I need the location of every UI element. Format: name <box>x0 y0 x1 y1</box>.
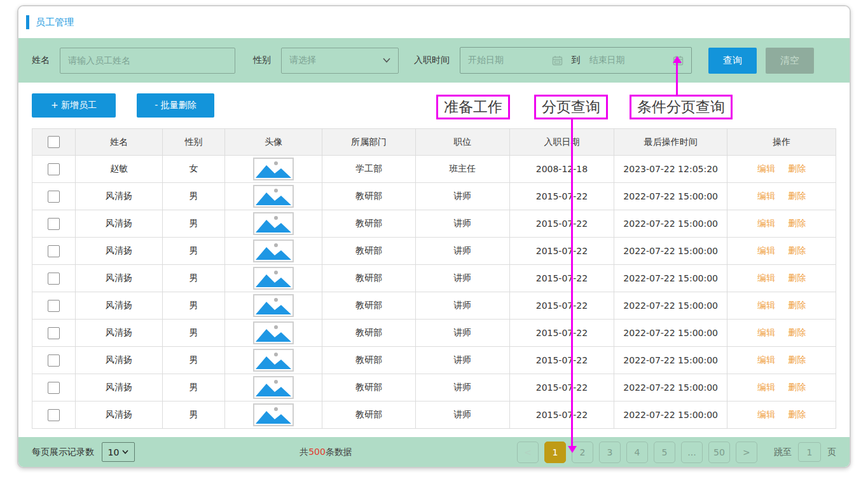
position-cell: 讲师 <box>415 292 509 320</box>
row-checkbox[interactable] <box>48 163 60 175</box>
batch-delete-button[interactable]: - 批量删除 <box>137 93 214 118</box>
avatar-image-placeholder <box>253 349 294 372</box>
title-accent-bar <box>26 15 29 29</box>
broken-image-icon <box>255 378 292 397</box>
department-cell: 教研部 <box>322 320 416 347</box>
row-checkbox[interactable] <box>48 273 60 285</box>
page-button[interactable]: 3 <box>599 442 621 463</box>
delete-link[interactable]: 删除 <box>788 354 806 365</box>
actions-cell: 编辑 删除 <box>727 265 836 292</box>
row-select-cell <box>32 265 76 292</box>
clear-button[interactable]: 清空 <box>766 48 814 74</box>
avatar-image-placeholder <box>253 267 294 290</box>
name-filter-input[interactable] <box>60 48 235 74</box>
edit-link[interactable]: 编辑 <box>757 409 775 419</box>
gender-cell: 男 <box>162 183 225 210</box>
name-cell: 风清扬 <box>76 347 163 374</box>
gender-cell: 男 <box>162 401 225 429</box>
delete-link[interactable]: 删除 <box>788 409 806 419</box>
last-op-time-cell: 2022-07-22 15:00:00 <box>614 183 727 210</box>
delete-link[interactable]: 删除 <box>788 191 806 201</box>
avatar-image-placeholder <box>253 376 294 399</box>
position-cell: 班主任 <box>415 156 509 183</box>
row-checkbox[interactable] <box>48 300 60 312</box>
delete-link[interactable]: 删除 <box>788 300 806 310</box>
total-records-text: 共500条数据 <box>300 447 352 458</box>
search-button[interactable]: 查询 <box>708 48 757 74</box>
actions-cell: 编辑 删除 <box>727 183 836 210</box>
page-button[interactable]: < <box>517 442 539 463</box>
edit-link[interactable]: 编辑 <box>757 300 775 310</box>
hire-date-range-picker[interactable]: 开始日期 到 结束日期 <box>460 47 692 74</box>
page-button[interactable]: 4 <box>626 442 648 463</box>
avatar-image-placeholder <box>253 321 294 344</box>
page-button[interactable]: 1 <box>544 442 566 463</box>
row-checkbox[interactable] <box>48 191 60 203</box>
edit-link[interactable]: 编辑 <box>757 273 775 283</box>
row-checkbox[interactable] <box>48 245 60 257</box>
edit-link[interactable]: 编辑 <box>757 327 775 337</box>
avatar-image-placeholder <box>253 212 294 235</box>
broken-image-icon <box>255 405 292 424</box>
hire-date-cell: 2015-07-22 <box>509 210 614 238</box>
page-button[interactable]: > <box>736 442 757 463</box>
last-op-time-cell: 2023-07-22 12:05:20 <box>614 156 727 183</box>
gender-cell: 男 <box>162 238 225 265</box>
table-row: 赵敏 女 学工部 班主任 <box>32 156 836 183</box>
last-op-time-cell: 2022-07-22 15:00:00 <box>614 210 727 238</box>
gender-select[interactable]: 请选择 <box>281 48 399 74</box>
name-cell: 风清扬 <box>76 320 163 347</box>
gender-cell: 男 <box>162 347 225 374</box>
annotation-preparation: 准备工作 <box>436 95 510 119</box>
start-date-placeholder[interactable]: 开始日期 <box>468 55 504 66</box>
row-select-cell <box>32 292 76 320</box>
edit-link[interactable]: 编辑 <box>757 354 775 365</box>
last-op-time-cell: 2022-07-22 15:00:00 <box>614 238 727 265</box>
edit-link[interactable]: 编辑 <box>757 191 775 201</box>
position-cell: 讲师 <box>415 347 509 374</box>
delete-link[interactable]: 删除 <box>788 273 806 283</box>
arrow-down-head-icon <box>568 446 577 453</box>
hire-date-cell: 2015-07-22 <box>509 292 614 320</box>
jump-page-input[interactable] <box>798 442 821 462</box>
delete-link[interactable]: 删除 <box>788 382 806 392</box>
gender-cell: 女 <box>162 156 225 183</box>
delete-link[interactable]: 删除 <box>788 245 806 255</box>
delete-link[interactable]: 删除 <box>788 163 806 173</box>
chevron-down-icon <box>122 450 128 454</box>
row-checkbox[interactable] <box>48 354 60 367</box>
jump-suffix-label: 页 <box>827 447 836 458</box>
row-checkbox[interactable] <box>48 409 60 421</box>
name-cell: 风清扬 <box>76 374 163 401</box>
gender-cell: 男 <box>162 265 225 292</box>
gender-cell: 男 <box>162 210 225 238</box>
row-select-cell <box>32 238 76 265</box>
hire-date-cell: 2015-07-22 <box>509 401 614 429</box>
actions-cell: 编辑 删除 <box>727 374 836 401</box>
page-button[interactable]: ... <box>681 442 703 463</box>
select-all-checkbox[interactable] <box>48 136 60 148</box>
position-cell: 讲师 <box>415 210 509 238</box>
edit-link[interactable]: 编辑 <box>757 218 775 228</box>
page-size-select[interactable]: 10 <box>102 442 135 462</box>
gender-cell: 男 <box>162 374 225 401</box>
delete-link[interactable]: 删除 <box>788 218 806 228</box>
last-op-time-cell: 2022-07-22 15:00:00 <box>614 347 727 374</box>
edit-link[interactable]: 编辑 <box>757 382 775 392</box>
avatar-cell <box>225 347 322 374</box>
page-button[interactable]: 50 <box>708 442 730 463</box>
edit-link[interactable]: 编辑 <box>757 245 775 255</box>
page-button[interactable]: 5 <box>654 442 675 463</box>
table-row: 风清扬 男 教研部 讲师 <box>32 401 836 429</box>
end-date-placeholder[interactable]: 结束日期 <box>589 55 625 66</box>
avatar-cell <box>225 156 322 183</box>
row-checkbox[interactable] <box>48 327 60 339</box>
edit-link[interactable]: 编辑 <box>757 163 775 173</box>
delete-link[interactable]: 删除 <box>788 327 806 337</box>
name-cell: 风清扬 <box>76 210 163 238</box>
column-header: 最后操作时间 <box>614 129 727 156</box>
avatar-image-placeholder <box>253 158 294 180</box>
row-checkbox[interactable] <box>48 218 60 230</box>
add-employee-button[interactable]: + 新增员工 <box>32 93 116 118</box>
row-checkbox[interactable] <box>48 382 60 394</box>
